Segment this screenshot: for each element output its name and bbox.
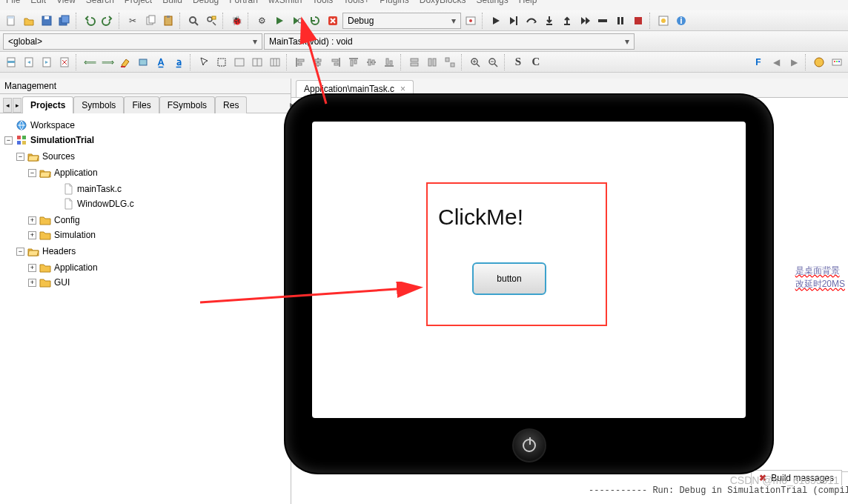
doxy-icon[interactable] (811, 54, 827, 70)
menu-search[interactable]: Search (86, 0, 114, 5)
nav-right-icon[interactable]: ▶ (786, 54, 802, 70)
menu-settings[interactable]: Settings (476, 0, 508, 5)
tree-headers[interactable]: −Headers (16, 245, 76, 257)
step-over-icon[interactable] (523, 13, 540, 29)
tab-fsymbols[interactable]: FSymbols (159, 96, 215, 113)
menu-plugins[interactable]: Plugins (380, 0, 408, 5)
menu-doxyblocks[interactable]: DoxyBlocks (420, 0, 466, 5)
cursor-icon[interactable] (196, 54, 212, 70)
tree-application-hdr[interactable]: +Application (28, 262, 98, 273)
tab-files[interactable]: Files (124, 96, 159, 113)
menu-wxsmith[interactable]: wxSmith (268, 0, 302, 5)
align-left-icon[interactable] (292, 54, 308, 70)
align-hcenter-icon[interactable] (310, 54, 326, 70)
same-width-icon[interactable] (406, 54, 423, 70)
collapse-icon[interactable]: − (16, 248, 24, 256)
tree-gui[interactable]: +GUI (28, 276, 70, 288)
tree-file-windowdlg[interactable]: WindowDLG.c (40, 198, 134, 210)
menu-fortran[interactable]: Fortran (229, 0, 258, 5)
build-target-combo[interactable]: Debug ▾ (342, 13, 461, 29)
tab-projects[interactable]: Projects (22, 96, 73, 113)
char-tool-icon[interactable]: a̲ (170, 54, 187, 70)
zoom-out-icon[interactable] (485, 54, 501, 70)
redo-icon[interactable] (99, 13, 116, 29)
tab-scroll-right-icon[interactable]: ▸ (13, 98, 21, 113)
new-file-icon[interactable] (3, 13, 19, 29)
target-settings-icon[interactable] (463, 13, 479, 29)
open-folder-icon[interactable] (21, 13, 37, 29)
tree-simulation[interactable]: +Simulation (28, 229, 96, 241)
replace-icon[interactable] (203, 13, 219, 29)
save-icon[interactable] (39, 13, 55, 29)
nav-back-icon[interactable]: ⟸ (82, 54, 98, 70)
source-c-icon[interactable]: C (528, 54, 544, 70)
highlight-icon[interactable] (117, 54, 133, 70)
simulator-screen[interactable]: ClickMe! button (312, 122, 746, 418)
close-icon[interactable]: × (400, 84, 405, 94)
prev-bookmark-icon[interactable] (21, 54, 37, 70)
expand-icon[interactable]: + (28, 216, 36, 225)
run-to-cursor-icon[interactable] (506, 13, 522, 29)
menu-file[interactable]: File (6, 0, 20, 5)
collapse-icon[interactable]: − (28, 169, 36, 177)
build-run-icon[interactable] (289, 13, 305, 29)
tree-application-src[interactable]: −Application (28, 167, 98, 179)
run-icon[interactable] (271, 13, 288, 29)
same-size-icon[interactable] (442, 54, 458, 70)
menu-debug[interactable]: Debug (193, 0, 219, 5)
debug-windows-icon[interactable] (655, 13, 672, 29)
undo-icon[interactable] (82, 13, 98, 29)
expand-icon[interactable]: + (28, 231, 36, 239)
menu-build[interactable]: Build (162, 0, 182, 5)
menu-edit[interactable]: Edit (30, 0, 46, 5)
toggle-bookmark-icon[interactable] (3, 54, 19, 70)
instruction-icon[interactable] (594, 13, 611, 29)
signature-combo[interactable]: MainTask(void) : void ▾ (264, 33, 635, 50)
select-rect-icon[interactable] (213, 54, 230, 70)
break-debug-icon[interactable] (612, 13, 629, 29)
tree-config[interactable]: +Config (28, 214, 80, 226)
app-button[interactable]: button (472, 262, 546, 295)
tab-resources[interactable]: Res (215, 96, 247, 113)
find-icon[interactable] (185, 13, 202, 29)
menu-view[interactable]: View (56, 0, 76, 5)
tree-workspace[interactable]: Workspace (4, 119, 75, 131)
next-bookmark-icon[interactable] (39, 54, 55, 70)
text-tool-icon[interactable]: A̲ (153, 54, 169, 70)
scope-combo[interactable]: <global> ▾ (3, 33, 262, 50)
nav-fwd-icon[interactable]: ⟹ (99, 54, 116, 70)
selection-icon[interactable] (135, 54, 151, 70)
bug-icon[interactable]: 🐞 (228, 13, 245, 29)
tree-sources[interactable]: −Sources (16, 150, 75, 162)
expand-icon[interactable]: + (28, 264, 36, 272)
tree-file-maintask[interactable]: mainTask.c (40, 183, 122, 195)
clear-bookmarks-icon[interactable] (56, 54, 73, 70)
step-out-icon[interactable] (559, 13, 575, 29)
align-vcenter-icon[interactable] (363, 54, 380, 70)
same-height-icon[interactable] (424, 54, 440, 70)
tree-project[interactable]: −SimulationTrial (4, 134, 94, 146)
next-statement-icon[interactable] (577, 13, 593, 29)
stop-debug-icon[interactable] (630, 13, 646, 29)
menu-help[interactable]: Help (519, 0, 537, 5)
paste-icon[interactable] (160, 13, 176, 29)
grid-icon[interactable] (267, 54, 283, 70)
layout-icon[interactable] (249, 54, 265, 70)
home-button[interactable] (512, 428, 546, 462)
debug-run-icon[interactable] (488, 13, 504, 29)
cut-icon[interactable]: ✂ (125, 13, 141, 29)
collapse-icon[interactable]: − (16, 153, 24, 161)
menu-toolsplus[interactable]: Tools+ (343, 0, 369, 5)
align-top-icon[interactable] (345, 54, 362, 70)
source-s-icon[interactable]: S (510, 54, 526, 70)
abort-icon[interactable] (325, 13, 341, 29)
tab-symbols[interactable]: Symbols (73, 96, 124, 113)
palette-icon[interactable] (829, 54, 845, 70)
settings-gear-icon[interactable]: ⚙ (254, 13, 270, 29)
tab-scroll-left-icon[interactable]: ◂ (3, 98, 12, 113)
fortran-f-icon[interactable]: F (750, 54, 766, 70)
panel-icon[interactable] (231, 54, 248, 70)
align-bottom-icon[interactable] (381, 54, 397, 70)
info-icon[interactable]: i (673, 13, 689, 29)
collapse-icon[interactable]: − (4, 136, 13, 145)
